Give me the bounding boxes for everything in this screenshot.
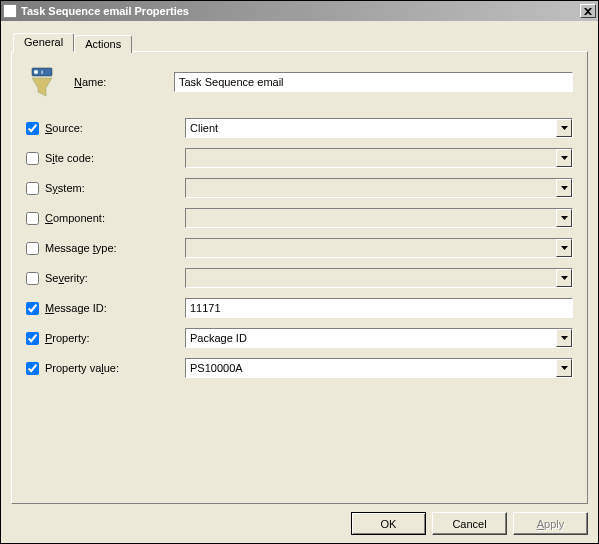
row-select — [185, 178, 573, 198]
row-text-input[interactable] — [186, 302, 572, 314]
window-icon — [3, 4, 17, 18]
row-checkbox[interactable] — [26, 242, 39, 255]
row-checkbox[interactable] — [26, 152, 39, 165]
row-select — [185, 148, 573, 168]
chevron-down-icon — [556, 239, 572, 257]
row-checkbox[interactable] — [26, 272, 39, 285]
name-label: Name: — [74, 76, 174, 88]
svg-point-2 — [34, 70, 38, 74]
client-area: General Actions i Name: Source:ClientSit — [1, 21, 598, 543]
window-title: Task Sequence email Properties — [21, 5, 580, 17]
chevron-down-icon — [556, 149, 572, 167]
chevron-down-icon[interactable] — [556, 359, 572, 377]
name-row: i Name: — [26, 66, 573, 98]
row-checkbox[interactable] — [26, 302, 39, 315]
row-select — [185, 238, 573, 258]
name-input[interactable] — [174, 72, 573, 92]
row-label: Property: — [45, 332, 185, 344]
form-row: System: — [26, 178, 573, 198]
row-select — [185, 208, 573, 228]
chevron-down-icon[interactable] — [556, 329, 572, 347]
tab-general-label: General — [24, 36, 63, 48]
form-row: Component: — [26, 208, 573, 228]
form-row: Site code: — [26, 148, 573, 168]
row-checkbox[interactable] — [26, 182, 39, 195]
row-select[interactable]: Package ID — [185, 328, 573, 348]
row-label: Component: — [45, 212, 185, 224]
row-label: System: — [45, 182, 185, 194]
row-label: Message type: — [45, 242, 185, 254]
row-checkbox[interactable] — [26, 122, 39, 135]
row-label: Property value: — [45, 362, 185, 374]
row-checkbox[interactable] — [26, 212, 39, 225]
row-select[interactable]: Client — [185, 118, 573, 138]
row-label: Message ID: — [45, 302, 185, 314]
row-text-wrap — [185, 298, 573, 318]
tab-strip: General Actions — [13, 31, 588, 51]
chevron-down-icon — [556, 179, 572, 197]
select-value: Package ID — [186, 332, 556, 344]
chevron-down-icon — [556, 209, 572, 227]
form-row: Message type: — [26, 238, 573, 258]
chevron-down-icon — [556, 269, 572, 287]
dialog-window: Task Sequence email Properties General A… — [0, 0, 599, 544]
form-row: Property:Package ID — [26, 328, 573, 348]
ok-button[interactable]: OK — [351, 512, 426, 535]
select-value: PS10000A — [186, 362, 556, 374]
row-select[interactable]: PS10000A — [185, 358, 573, 378]
title-bar[interactable]: Task Sequence email Properties — [1, 1, 598, 21]
form-row: Severity: — [26, 268, 573, 288]
close-button[interactable] — [580, 4, 596, 18]
row-label: Source: — [45, 122, 185, 134]
row-label: Site code: — [45, 152, 185, 164]
tab-actions-label: Actions — [85, 38, 121, 50]
row-checkbox[interactable] — [26, 332, 39, 345]
form-row: Message ID: — [26, 298, 573, 318]
tab-general[interactable]: General — [13, 33, 74, 52]
tab-actions[interactable]: Actions — [74, 35, 132, 53]
select-value: Client — [186, 122, 556, 134]
close-icon — [584, 8, 592, 15]
tab-panel-general: i Name: Source:ClientSite code:System:Co… — [11, 51, 588, 504]
apply-button[interactable]: Apply — [513, 512, 588, 535]
form-row: Source:Client — [26, 118, 573, 138]
row-label: Severity: — [45, 272, 185, 284]
button-row: OK Cancel Apply — [11, 504, 588, 535]
row-checkbox[interactable] — [26, 362, 39, 375]
row-select — [185, 268, 573, 288]
form-row: Property value:PS10000A — [26, 358, 573, 378]
filter-icon: i — [26, 66, 58, 98]
chevron-down-icon[interactable] — [556, 119, 572, 137]
cancel-button[interactable]: Cancel — [432, 512, 507, 535]
